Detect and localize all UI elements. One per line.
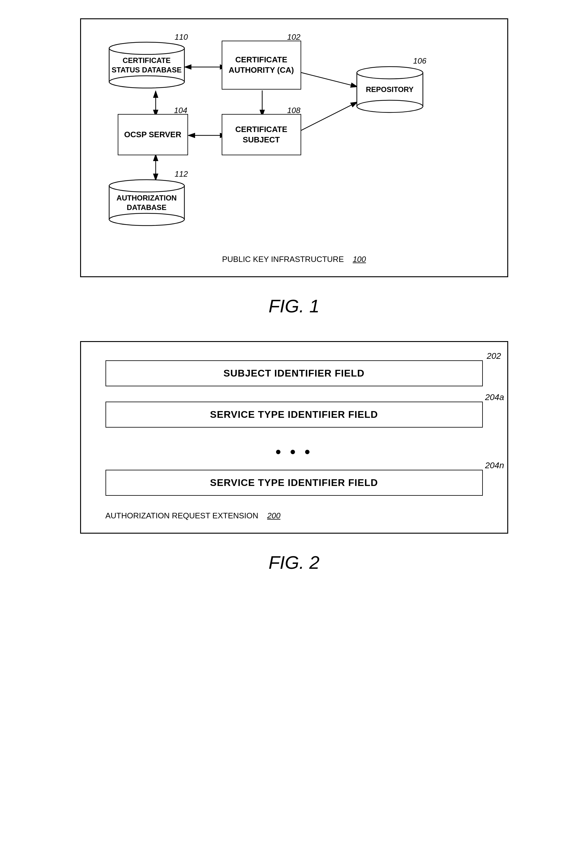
auth-db-node: AUTHORIZATION DATABASE 112 <box>109 178 185 227</box>
service-type-a-label: SERVICE TYPE IDENTIFIER FIELD <box>210 409 378 420</box>
svg-point-11 <box>109 76 185 88</box>
cert-status-db-label: CERTIFICATE STATUS DATABASE <box>109 56 185 75</box>
fig1-diagram-label: PUBLIC KEY INFRASTRUCTURE <box>222 255 344 264</box>
fig1-diagram-container: CERTIFICATE STATUS DATABASE 110 CERTIFIC… <box>80 18 508 277</box>
svg-line-4 <box>297 71 357 87</box>
svg-point-16 <box>109 180 185 192</box>
fig1-diagram-ref: 100 <box>353 255 366 264</box>
svg-point-10 <box>109 42 185 55</box>
ocsp-server-ref: 104 <box>174 105 187 116</box>
auth-db-ref: 112 <box>174 169 188 179</box>
repository-label: REPOSITORY <box>356 85 424 94</box>
service-type-n-ref: 204n <box>485 461 504 470</box>
fig1-bottom-label: PUBLIC KEY INFRASTRUCTURE 100 <box>99 255 489 264</box>
fig2-diagram-container: SUBJECT IDENTIFIER FIELD 202 SERVICE TYP… <box>80 341 508 534</box>
cert-subject-ref: 108 <box>287 105 300 116</box>
ellipsis-dots: • • • <box>105 443 483 461</box>
fig2-diagram-label: AUTHORIZATION REQUEST EXTENSION <box>105 511 259 520</box>
cert-subject-label: CERTIFICATE SUBJECT <box>225 124 297 145</box>
repository-ref: 106 <box>413 56 426 66</box>
cert-subject-node: CERTIFICATE SUBJECT 108 <box>222 114 301 155</box>
subject-identifier-label: SUBJECT IDENTIFIER FIELD <box>223 368 365 379</box>
svg-point-14 <box>357 100 423 112</box>
fig1-diagram: CERTIFICATE STATUS DATABASE 110 CERTIFIC… <box>99 34 489 248</box>
svg-line-5 <box>297 102 357 133</box>
service-type-n-label: SERVICE TYPE IDENTIFIER FIELD <box>210 477 378 488</box>
service-type-identifier-field-a: SERVICE TYPE IDENTIFIER FIELD <box>105 402 483 428</box>
ca-label: CERTIFICATE AUTHORITY (CA) <box>225 55 297 75</box>
fig2-diagram-ref: 200 <box>267 511 281 520</box>
cert-status-db-node: CERTIFICATE STATUS DATABASE 110 <box>109 41 185 90</box>
fig2-bottom-label: AUTHORIZATION REQUEST EXTENSION 200 <box>105 511 483 521</box>
service-type-a-ref: 204a <box>485 393 504 402</box>
ca-node: CERTIFICATE AUTHORITY (CA) 102 <box>222 41 301 90</box>
auth-db-label: AUTHORIZATION DATABASE <box>109 193 185 212</box>
fig2-diagram: SUBJECT IDENTIFIER FIELD 202 SERVICE TYP… <box>105 360 483 496</box>
svg-point-13 <box>357 66 423 79</box>
fig1-title: FIG. 1 <box>269 295 319 317</box>
svg-point-17 <box>109 213 185 226</box>
fig2-title: FIG. 2 <box>269 552 319 573</box>
ca-ref: 102 <box>287 32 300 43</box>
repository-node: REPOSITORY 106 <box>356 65 424 114</box>
cert-status-db-ref: 110 <box>174 32 188 43</box>
service-type-identifier-field-n: SERVICE TYPE IDENTIFIER FIELD <box>105 470 483 496</box>
subject-identifier-field: SUBJECT IDENTIFIER FIELD <box>105 360 483 386</box>
ocsp-server-node: OCSP SERVER 104 <box>118 114 188 155</box>
ocsp-server-label: OCSP SERVER <box>124 130 181 140</box>
subject-id-ref: 202 <box>487 351 501 361</box>
